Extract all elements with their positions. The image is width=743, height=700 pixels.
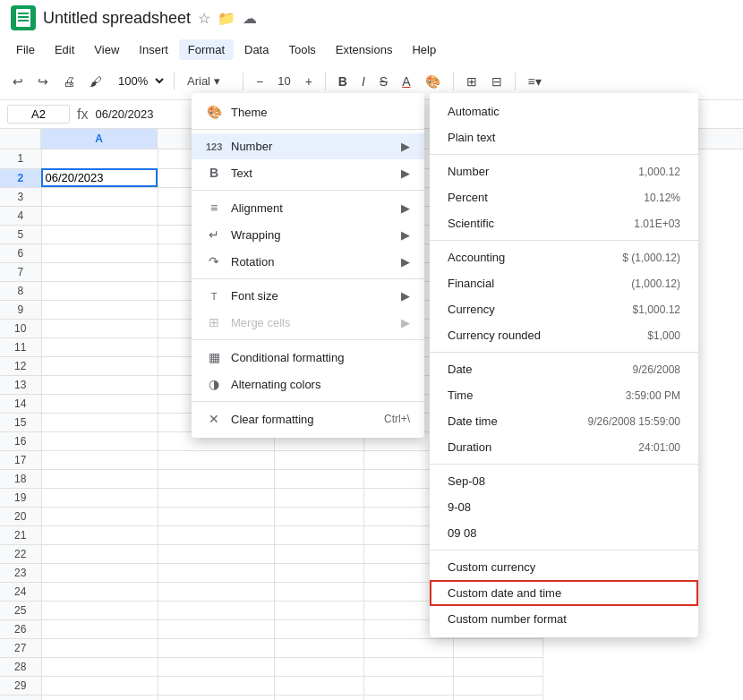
num-automatic-label: Automatic xyxy=(448,105,680,118)
text-icon: B xyxy=(206,166,222,180)
font-size-decrease[interactable]: − xyxy=(251,71,269,92)
star-icon[interactable]: ☆ xyxy=(198,10,210,27)
theme-icon: 🎨 xyxy=(206,105,222,119)
row-number: 3 xyxy=(0,187,41,206)
number-submenu: Automatic Plain text Number 1,000.12 Per… xyxy=(430,93,698,637)
menu-format[interactable]: Format xyxy=(179,39,234,60)
row-number: 9 xyxy=(0,300,41,319)
undo-button[interactable]: ↩ xyxy=(7,71,29,92)
rotation-icon: ↷ xyxy=(206,254,222,269)
format-text[interactable]: B Text ▶ xyxy=(192,159,424,186)
num-sep08[interactable]: Sep-08 xyxy=(430,468,698,494)
menu-insert[interactable]: Insert xyxy=(130,39,177,60)
title-icons: ☆ 📁 ☁ xyxy=(198,10,257,27)
col-header-a[interactable]: A xyxy=(41,129,158,149)
format-mergecells[interactable]: ⊞ Merge cells ▶ xyxy=(192,309,424,336)
num-currency[interactable]: Currency $1,000.12 xyxy=(430,296,698,322)
toolbar-separator-2 xyxy=(243,73,243,90)
num-automatic[interactable]: Automatic xyxy=(430,98,698,124)
num-percent[interactable]: Percent 10.12% xyxy=(430,184,698,210)
clearformatting-icon: ✕ xyxy=(206,412,222,426)
mergecells-icon: ⊞ xyxy=(206,315,222,329)
paint-format-button[interactable]: 🖌 xyxy=(84,71,107,92)
row-number: 5 xyxy=(0,225,41,243)
format-fontsize[interactable]: T Font size ▶ xyxy=(192,283,424,309)
row-number: 20 xyxy=(0,507,41,525)
num-financial[interactable]: Financial (1,000.12) xyxy=(430,270,698,296)
align-button[interactable]: ≡▾ xyxy=(523,71,547,92)
num-customnumberformat-label: Custom number format xyxy=(448,612,680,626)
num-plaintext[interactable]: Plain text xyxy=(430,124,698,150)
format-alternatingcolors[interactable]: ◑ Alternating colors xyxy=(192,371,424,397)
format-alternatingcolors-label: Alternating colors xyxy=(231,378,410,391)
num-time[interactable]: Time 3:59:00 PM xyxy=(430,382,698,408)
num-nine08[interactable]: 9-08 xyxy=(430,494,698,520)
row-number: 25 xyxy=(0,601,41,619)
alternatingcolors-icon: ◑ xyxy=(206,377,222,391)
num-number[interactable]: Number 1,000.12 xyxy=(430,158,698,184)
row-number: 1 xyxy=(0,149,41,168)
format-number[interactable]: 123 Number ▶ xyxy=(192,133,424,159)
format-clearformatting[interactable]: ✕ Clear formatting Ctrl+\ xyxy=(192,405,424,432)
num-duration-label: Duration xyxy=(448,440,620,454)
bold-button[interactable]: B xyxy=(333,71,353,92)
num-datetime-label: Date time xyxy=(448,414,570,428)
font-size-increase[interactable]: + xyxy=(300,71,318,92)
redo-button[interactable]: ↪ xyxy=(32,71,54,92)
menu-edit[interactable]: Edit xyxy=(46,39,83,60)
num-currencyrounded-label: Currency rounded xyxy=(448,329,629,342)
menu-help[interactable]: Help xyxy=(403,39,445,60)
num-zero908[interactable]: 09 08 xyxy=(430,520,698,546)
italic-button[interactable]: I xyxy=(356,71,371,92)
app-title: Untitled spreadsheet xyxy=(43,9,191,28)
font-select[interactable]: Arial ▾ xyxy=(182,71,235,91)
num-duration[interactable]: Duration 24:01:00 xyxy=(430,434,698,460)
menu-data[interactable]: Data xyxy=(235,39,278,60)
borders-button[interactable]: ⊞ xyxy=(461,71,483,92)
menu-file[interactable]: File xyxy=(7,39,44,60)
cloud-icon[interactable]: ☁ xyxy=(243,10,257,27)
cell-a1[interactable] xyxy=(41,149,158,168)
cell-reference[interactable] xyxy=(7,105,70,124)
zoom-select[interactable]: 100% 75% 50% 125% xyxy=(111,72,167,90)
fill-color-button[interactable]: 🎨 xyxy=(420,71,446,92)
font-size-value[interactable]: 10 xyxy=(272,71,295,91)
format-number-label: Number xyxy=(231,140,392,153)
num-date-preview: 9/26/2008 xyxy=(633,363,680,376)
num-date[interactable]: Date 9/26/2008 xyxy=(430,356,698,382)
format-theme[interactable]: 🎨 Theme xyxy=(192,98,424,125)
num-scientific[interactable]: Scientific 1.01E+03 xyxy=(430,210,698,236)
num-customcurrency[interactable]: Custom currency xyxy=(430,554,698,580)
num-time-preview: 3:59:00 PM xyxy=(626,389,680,402)
num-accounting-preview: $ (1,000.12) xyxy=(622,252,680,264)
title-bar: Untitled spreadsheet ☆ 📁 ☁ xyxy=(0,0,743,36)
fontsize-icon: T xyxy=(206,291,222,302)
merge-button[interactable]: ⊟ xyxy=(486,71,508,92)
text-color-button[interactable]: A xyxy=(397,71,415,92)
format-wrapping[interactable]: ↵ Wrapping ▶ xyxy=(192,221,424,248)
strikethrough-button[interactable]: S xyxy=(374,71,393,92)
row-number: 19 xyxy=(0,488,41,507)
toolbar-separator-4 xyxy=(453,73,454,90)
table-row: 30 xyxy=(0,695,542,700)
num-accounting-label: Accounting xyxy=(448,251,604,264)
num-divider-5 xyxy=(430,550,698,551)
conditionalformatting-icon: ▦ xyxy=(206,350,222,364)
format-rotation[interactable]: ↷ Rotation ▶ xyxy=(192,248,424,275)
format-text-label: Text xyxy=(231,166,392,180)
format-alignment[interactable]: ≡ Alignment ▶ xyxy=(192,194,424,221)
folder-icon[interactable]: 📁 xyxy=(218,10,235,27)
format-conditionalformatting[interactable]: ▦ Conditional formatting xyxy=(192,344,424,371)
num-customnumberformat[interactable]: Custom number format xyxy=(430,606,698,632)
num-customdatetime[interactable]: Custom date and time xyxy=(430,580,698,606)
num-datetime[interactable]: Date time 9/26/2008 15:59:00 xyxy=(430,408,698,434)
menu-extensions[interactable]: Extensions xyxy=(327,39,402,60)
num-accounting[interactable]: Accounting $ (1,000.12) xyxy=(430,244,698,270)
cell-a3[interactable] xyxy=(41,187,158,206)
menu-tools[interactable]: Tools xyxy=(279,39,324,60)
cell-a2[interactable]: 06/20/2023 xyxy=(41,168,158,187)
num-currencyrounded[interactable]: Currency rounded $1,000 xyxy=(430,322,698,348)
menu-view[interactable]: View xyxy=(85,39,128,60)
row-number: 17 xyxy=(0,450,41,469)
print-button[interactable]: 🖨 xyxy=(57,71,81,92)
